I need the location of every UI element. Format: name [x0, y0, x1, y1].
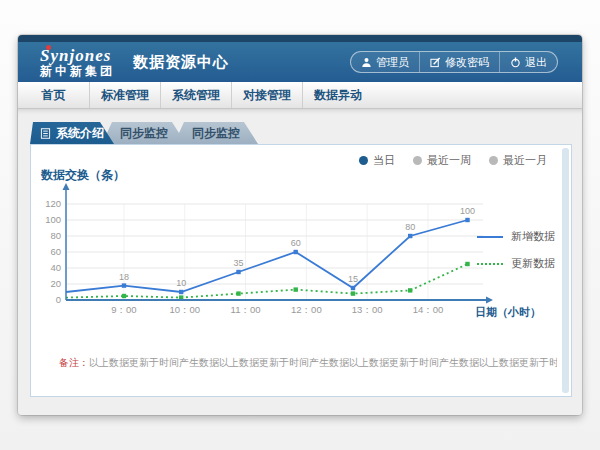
svg-text:14：00: 14：00 — [413, 304, 444, 315]
tab-system-intro[interactable]: 系统介绍 — [30, 122, 114, 144]
svg-text:10：00: 10：00 — [169, 304, 200, 315]
svg-text:100: 100 — [45, 214, 61, 225]
footnote-prefix: 备注： — [59, 357, 89, 368]
user-icon — [361, 57, 372, 68]
nav-item-data-changes[interactable]: 数据异动 — [302, 82, 373, 108]
document-icon — [40, 128, 51, 139]
tab-sync-monitor-2[interactable]: 同步监控 — [174, 122, 258, 144]
svg-text:0: 0 — [56, 294, 61, 305]
legend-updated-data-label: 更新数据 — [511, 256, 555, 271]
svg-text:40: 40 — [50, 262, 61, 273]
svg-text:80: 80 — [50, 230, 61, 241]
legend-updated-data: 更新数据 — [477, 256, 555, 271]
nav-item-standard-mgmt[interactable]: 标准管理 — [89, 82, 160, 108]
svg-text:10: 10 — [176, 278, 186, 288]
user-menu: 管理员 修改密码 退出 — [350, 51, 558, 73]
logo-name: Synjones — [40, 47, 115, 65]
radio-today[interactable]: 当日 — [359, 153, 395, 168]
svg-text:80: 80 — [405, 222, 415, 232]
change-password-label: 修改密码 — [445, 55, 489, 70]
power-icon — [510, 57, 521, 68]
user-menu-admin-label: 管理员 — [376, 55, 409, 70]
svg-text:100: 100 — [460, 206, 475, 216]
svg-text:15: 15 — [348, 274, 358, 284]
logout-label: 退出 — [525, 55, 547, 70]
svg-text:20: 20 — [50, 278, 61, 289]
nav-item-system-mgmt[interactable]: 系统管理 — [160, 82, 231, 108]
svg-text:12：00: 12：00 — [291, 304, 322, 315]
app-window: Synjones 新中新集团 数据资源中心 管理员 修改密码 退出 — [18, 35, 582, 415]
svg-text:60: 60 — [291, 238, 301, 248]
app-header: Synjones 新中新集团 数据资源中心 管理员 修改密码 退出 — [18, 42, 582, 82]
svg-text:13：00: 13：00 — [352, 304, 383, 315]
svg-text:18: 18 — [119, 272, 129, 282]
nav-item-interface-mgmt[interactable]: 对接管理 — [231, 82, 302, 108]
svg-text:60: 60 — [50, 246, 61, 257]
radio-last-month-dot — [489, 156, 498, 165]
svg-text:日期（小时）: 日期（小时） — [475, 306, 541, 319]
panel-scrollbar[interactable] — [562, 148, 569, 393]
chart-legend: 新增数据 更新数据 — [477, 229, 555, 271]
legend-new-data-line-icon — [477, 236, 503, 238]
content-area: 系统介绍 同步监控 同步监控 当日 最近一周 — [18, 109, 582, 415]
svg-text:120: 120 — [45, 198, 61, 209]
legend-new-data-label: 新增数据 — [511, 229, 555, 244]
company-logo: Synjones 新中新集团 — [32, 47, 115, 77]
radio-today-dot — [359, 156, 368, 165]
logout-button[interactable]: 退出 — [499, 52, 557, 72]
radio-today-label: 当日 — [373, 153, 395, 168]
window-top-strip — [18, 35, 582, 42]
svg-text:9：00: 9：00 — [111, 304, 136, 315]
svg-text:11：00: 11：00 — [231, 304, 261, 315]
radio-last-week-dot — [413, 156, 422, 165]
logo-red-dot-icon — [46, 45, 51, 50]
logo-subtitle: 新中新集团 — [40, 65, 115, 78]
edit-icon — [430, 57, 441, 68]
radio-last-month[interactable]: 最近一月 — [489, 153, 547, 168]
tab-system-intro-label: 系统介绍 — [56, 122, 104, 144]
nav-item-home[interactable]: 首页 — [18, 82, 89, 108]
page-title: 数据资源中心 — [133, 53, 229, 72]
legend-updated-data-line-icon — [477, 263, 503, 265]
tab-sync-monitor-1[interactable]: 同步监控 — [102, 122, 186, 144]
main-nav: 首页 标准管理 系统管理 对接管理 数据异动 — [18, 82, 582, 109]
change-password-button[interactable]: 修改密码 — [419, 52, 499, 72]
footnote: 备注：以上数据更新于时间产生数据以上数据更新于时间产生数据以上数据更新于时间产生… — [59, 356, 557, 370]
time-range-filter: 当日 最近一周 最近一月 — [359, 153, 547, 168]
page-background: Synjones 新中新集团 数据资源中心 管理员 修改密码 退出 — [0, 0, 600, 450]
legend-new-data: 新增数据 — [477, 229, 555, 244]
radio-last-week-label: 最近一周 — [427, 153, 471, 168]
user-menu-admin[interactable]: 管理员 — [351, 52, 419, 72]
radio-last-month-label: 最近一月 — [503, 153, 547, 168]
radio-last-week[interactable]: 最近一周 — [413, 153, 471, 168]
chart-panel: 当日 最近一周 最近一月 数据交换（条） 0204060801001209：00… — [30, 144, 572, 397]
svg-text:35: 35 — [233, 258, 243, 268]
footnote-text: 以上数据更新于时间产生数据以上数据更新于时间产生数据以上数据更新于时间产生数据以… — [89, 357, 557, 368]
